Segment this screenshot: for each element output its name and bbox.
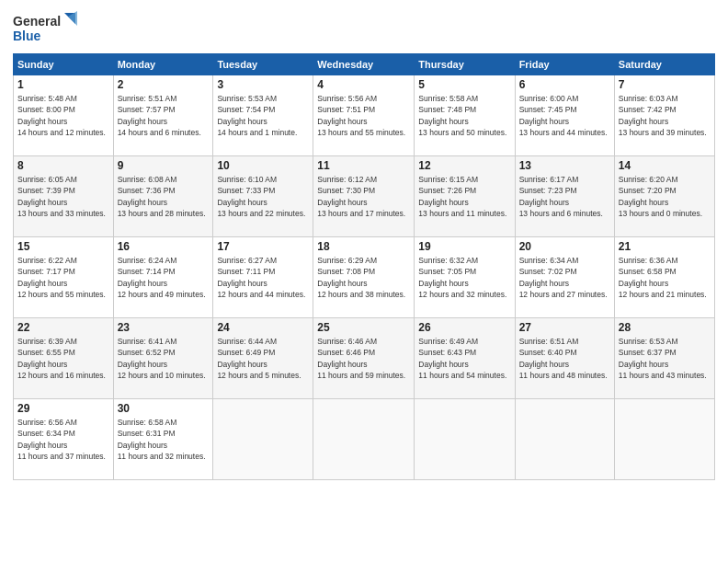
- weekday-header-friday: Friday: [515, 54, 614, 75]
- calendar-cell: [614, 399, 714, 480]
- calendar-cell: 27Sunrise: 6:51 AMSunset: 6:40 PMDayligh…: [515, 318, 614, 399]
- calendar-cell: 14Sunrise: 6:20 AMSunset: 7:20 PMDayligh…: [614, 156, 714, 237]
- calendar-cell: 2Sunrise: 5:51 AMSunset: 7:57 PMDaylight…: [113, 75, 213, 156]
- calendar-cell: [515, 399, 614, 480]
- calendar-week-2: 8Sunrise: 6:05 AMSunset: 7:39 PMDaylight…: [14, 156, 715, 237]
- calendar-cell: [313, 399, 415, 480]
- day-number: 5: [418, 78, 510, 91]
- day-detail: Sunrise: 6:51 AMSunset: 6:40 PMDaylight …: [519, 336, 610, 381]
- day-detail: Sunrise: 6:05 AMSunset: 7:39 PMDaylight …: [17, 174, 109, 219]
- calendar-cell: 28Sunrise: 6:53 AMSunset: 6:37 PMDayligh…: [614, 318, 714, 399]
- weekday-header-sunday: Sunday: [14, 54, 114, 75]
- day-number: 1: [17, 78, 109, 91]
- day-number: 13: [519, 159, 610, 172]
- calendar-cell: 3Sunrise: 5:53 AMSunset: 7:54 PMDaylight…: [213, 75, 313, 156]
- calendar-cell: 15Sunrise: 6:22 AMSunset: 7:17 PMDayligh…: [14, 237, 114, 318]
- logo: General Blue: [13, 9, 77, 48]
- day-detail: Sunrise: 6:34 AMSunset: 7:02 PMDaylight …: [519, 255, 610, 300]
- day-number: 9: [118, 159, 210, 172]
- calendar-cell: 7Sunrise: 6:03 AMSunset: 7:42 PMDaylight…: [614, 75, 714, 156]
- day-number: 2: [118, 78, 210, 91]
- weekday-header-wednesday: Wednesday: [313, 54, 415, 75]
- day-detail: Sunrise: 6:12 AMSunset: 7:30 PMDaylight …: [317, 174, 410, 219]
- day-number: 26: [418, 321, 510, 334]
- day-detail: Sunrise: 6:08 AMSunset: 7:36 PMDaylight …: [118, 174, 210, 219]
- day-detail: Sunrise: 6:58 AMSunset: 6:31 PMDaylight …: [118, 417, 210, 462]
- calendar-week-4: 22Sunrise: 6:39 AMSunset: 6:55 PMDayligh…: [14, 318, 715, 399]
- calendar-cell: 4Sunrise: 5:56 AMSunset: 7:51 PMDaylight…: [313, 75, 415, 156]
- day-detail: Sunrise: 6:29 AMSunset: 7:08 PMDaylight …: [317, 255, 410, 300]
- calendar-cell: 22Sunrise: 6:39 AMSunset: 6:55 PMDayligh…: [14, 318, 114, 399]
- calendar-cell: 12Sunrise: 6:15 AMSunset: 7:26 PMDayligh…: [415, 156, 515, 237]
- calendar-week-5: 29Sunrise: 6:56 AMSunset: 6:34 PMDayligh…: [14, 399, 715, 480]
- day-detail: Sunrise: 6:36 AMSunset: 6:58 PMDaylight …: [619, 255, 711, 300]
- calendar-cell: 11Sunrise: 6:12 AMSunset: 7:30 PMDayligh…: [313, 156, 415, 237]
- day-number: 29: [17, 402, 109, 415]
- day-detail: Sunrise: 6:27 AMSunset: 7:11 PMDaylight …: [217, 255, 309, 300]
- day-number: 8: [17, 159, 109, 172]
- calendar-cell: 23Sunrise: 6:41 AMSunset: 6:52 PMDayligh…: [113, 318, 213, 399]
- day-detail: Sunrise: 5:53 AMSunset: 7:54 PMDaylight …: [217, 93, 309, 138]
- calendar-cell: 19Sunrise: 6:32 AMSunset: 7:05 PMDayligh…: [415, 237, 515, 318]
- day-number: 30: [118, 402, 210, 415]
- day-number: 11: [317, 159, 410, 172]
- day-detail: Sunrise: 6:41 AMSunset: 6:52 PMDaylight …: [118, 336, 210, 381]
- day-number: 14: [619, 159, 711, 172]
- calendar-cell: 8Sunrise: 6:05 AMSunset: 7:39 PMDaylight…: [14, 156, 114, 237]
- calendar-cell: [415, 399, 515, 480]
- calendar-cell: 24Sunrise: 6:44 AMSunset: 6:49 PMDayligh…: [213, 318, 313, 399]
- day-detail: Sunrise: 6:32 AMSunset: 7:05 PMDaylight …: [418, 255, 510, 300]
- day-detail: Sunrise: 5:51 AMSunset: 7:57 PMDaylight …: [118, 93, 210, 138]
- day-number: 18: [317, 240, 410, 253]
- day-number: 17: [217, 240, 309, 253]
- calendar-cell: 26Sunrise: 6:49 AMSunset: 6:43 PMDayligh…: [415, 318, 515, 399]
- day-number: 16: [118, 240, 210, 253]
- day-number: 20: [519, 240, 610, 253]
- day-number: 10: [217, 159, 309, 172]
- day-number: 15: [17, 240, 109, 253]
- calendar-cell: 13Sunrise: 6:17 AMSunset: 7:23 PMDayligh…: [515, 156, 614, 237]
- calendar-cell: [213, 399, 313, 480]
- day-detail: Sunrise: 5:58 AMSunset: 7:48 PMDaylight …: [418, 93, 510, 138]
- day-detail: Sunrise: 6:00 AMSunset: 7:45 PMDaylight …: [519, 93, 610, 138]
- day-detail: Sunrise: 6:10 AMSunset: 7:33 PMDaylight …: [217, 174, 309, 219]
- day-detail: Sunrise: 6:24 AMSunset: 7:14 PMDaylight …: [118, 255, 210, 300]
- day-detail: Sunrise: 6:53 AMSunset: 6:37 PMDaylight …: [619, 336, 711, 381]
- calendar-cell: 21Sunrise: 6:36 AMSunset: 6:58 PMDayligh…: [614, 237, 714, 318]
- day-number: 24: [217, 321, 309, 334]
- weekday-header-thursday: Thursday: [415, 54, 515, 75]
- calendar-cell: 18Sunrise: 6:29 AMSunset: 7:08 PMDayligh…: [313, 237, 415, 318]
- calendar-cell: 10Sunrise: 6:10 AMSunset: 7:33 PMDayligh…: [213, 156, 313, 237]
- day-detail: Sunrise: 6:20 AMSunset: 7:20 PMDaylight …: [619, 174, 711, 219]
- svg-text:Blue: Blue: [13, 29, 41, 43]
- day-detail: Sunrise: 6:56 AMSunset: 6:34 PMDaylight …: [17, 417, 109, 462]
- calendar-cell: 16Sunrise: 6:24 AMSunset: 7:14 PMDayligh…: [113, 237, 213, 318]
- day-number: 25: [317, 321, 410, 334]
- day-detail: Sunrise: 6:49 AMSunset: 6:43 PMDaylight …: [418, 336, 510, 381]
- calendar-table: SundayMondayTuesdayWednesdayThursdayFrid…: [13, 53, 715, 480]
- day-number: 23: [118, 321, 210, 334]
- calendar-cell: 1Sunrise: 5:48 AMSunset: 8:00 PMDaylight…: [14, 75, 114, 156]
- day-number: 22: [17, 321, 109, 334]
- day-detail: Sunrise: 6:22 AMSunset: 7:17 PMDaylight …: [17, 255, 109, 300]
- day-number: 3: [217, 78, 309, 91]
- calendar-cell: 5Sunrise: 5:58 AMSunset: 7:48 PMDaylight…: [415, 75, 515, 156]
- calendar-cell: 30Sunrise: 6:58 AMSunset: 6:31 PMDayligh…: [113, 399, 213, 480]
- day-number: 6: [519, 78, 610, 91]
- svg-text:General: General: [13, 14, 61, 29]
- day-number: 4: [317, 78, 410, 91]
- calendar-cell: 9Sunrise: 6:08 AMSunset: 7:36 PMDaylight…: [113, 156, 213, 237]
- calendar-cell: 6Sunrise: 6:00 AMSunset: 7:45 PMDaylight…: [515, 75, 614, 156]
- day-number: 7: [619, 78, 711, 91]
- day-detail: Sunrise: 6:15 AMSunset: 7:26 PMDaylight …: [418, 174, 510, 219]
- calendar-cell: 25Sunrise: 6:46 AMSunset: 6:46 PMDayligh…: [313, 318, 415, 399]
- day-number: 12: [418, 159, 510, 172]
- day-detail: Sunrise: 5:48 AMSunset: 8:00 PMDaylight …: [17, 93, 109, 138]
- day-detail: Sunrise: 6:03 AMSunset: 7:42 PMDaylight …: [619, 93, 711, 138]
- calendar-week-3: 15Sunrise: 6:22 AMSunset: 7:17 PMDayligh…: [14, 237, 715, 318]
- day-detail: Sunrise: 6:39 AMSunset: 6:55 PMDaylight …: [17, 336, 109, 381]
- calendar-week-1: 1Sunrise: 5:48 AMSunset: 8:00 PMDaylight…: [14, 75, 715, 156]
- day-detail: Sunrise: 6:17 AMSunset: 7:23 PMDaylight …: [519, 174, 610, 219]
- weekday-header-monday: Monday: [113, 54, 213, 75]
- day-detail: Sunrise: 6:44 AMSunset: 6:49 PMDaylight …: [217, 336, 309, 381]
